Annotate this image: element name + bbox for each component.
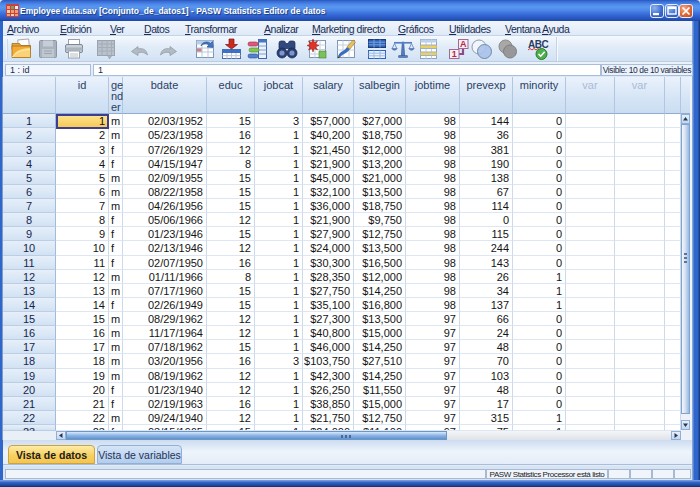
svg-text:1: 1 [452, 49, 457, 59]
svg-text:A: A [460, 39, 467, 49]
